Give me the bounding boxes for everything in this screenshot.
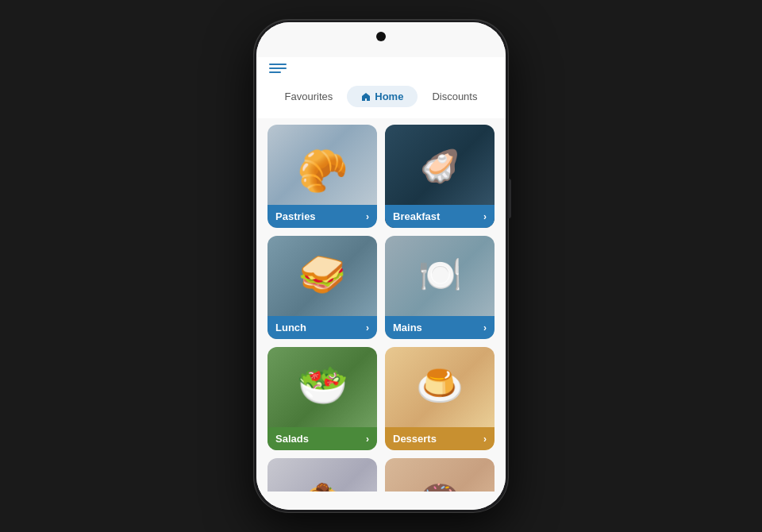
breakfast-label-text: Breakfast	[393, 210, 440, 222]
lunch-chevron: ›	[366, 322, 369, 333]
tab-home[interactable]: Home	[347, 86, 418, 107]
category-card-mains[interactable]: Mains ›	[385, 236, 495, 339]
extra1-image	[267, 458, 377, 492]
category-card-extra2[interactable]: Drinks ›	[385, 458, 495, 492]
lunch-label-text: Lunch	[275, 322, 306, 333]
salads-chevron: ›	[366, 434, 369, 445]
camera-notch	[376, 32, 386, 41]
tab-bar: Favourites Home Discounts	[269, 81, 493, 115]
extra2-image	[385, 458, 495, 492]
salads-label-text: Salads	[275, 433, 309, 445]
mains-chevron: ›	[483, 322, 487, 333]
category-card-lunch[interactable]: Lunch ›	[267, 236, 377, 339]
pastries-label-bar: Pastries ›	[267, 205, 377, 228]
category-card-desserts[interactable]: Desserts ›	[385, 347, 495, 450]
desserts-label-bar: Desserts ›	[385, 427, 495, 450]
category-card-pastries[interactable]: Pastries ›	[267, 125, 377, 228]
tab-favourites[interactable]: Favourites	[271, 86, 348, 107]
tab-discounts[interactable]: Discounts	[418, 86, 491, 107]
home-icon	[361, 92, 371, 102]
mains-label-bar: Mains ›	[385, 316, 495, 339]
category-card-extra1[interactable]: Snacks ›	[267, 458, 377, 492]
category-card-breakfast[interactable]: Breakfast ›	[385, 125, 495, 228]
breakfast-label-bar: Breakfast ›	[385, 205, 495, 228]
desserts-chevron: ›	[483, 434, 487, 445]
pastries-chevron: ›	[366, 211, 369, 222]
phone-device: Favourites Home Discounts	[254, 20, 508, 512]
category-grid: Pastries › Breakfast › Lunch ›	[256, 118, 506, 492]
desserts-label-text: Desserts	[393, 433, 437, 445]
screen-content: Favourites Home Discounts	[256, 22, 506, 510]
tab-discounts-label: Discounts	[432, 91, 477, 102]
tab-home-label: Home	[375, 91, 403, 102]
phone-screen: Favourites Home Discounts	[256, 22, 506, 510]
header: Favourites Home Discounts	[256, 57, 506, 118]
pastries-label-text: Pastries	[275, 210, 316, 222]
category-card-salads[interactable]: Salads ›	[267, 347, 377, 450]
tab-favourites-label: Favourites	[285, 91, 333, 102]
lunch-label-bar: Lunch ›	[267, 316, 377, 339]
salads-label-bar: Salads ›	[267, 427, 377, 450]
mains-label-text: Mains	[393, 322, 422, 333]
menu-icon[interactable]	[269, 64, 287, 73]
breakfast-chevron: ›	[483, 211, 487, 222]
